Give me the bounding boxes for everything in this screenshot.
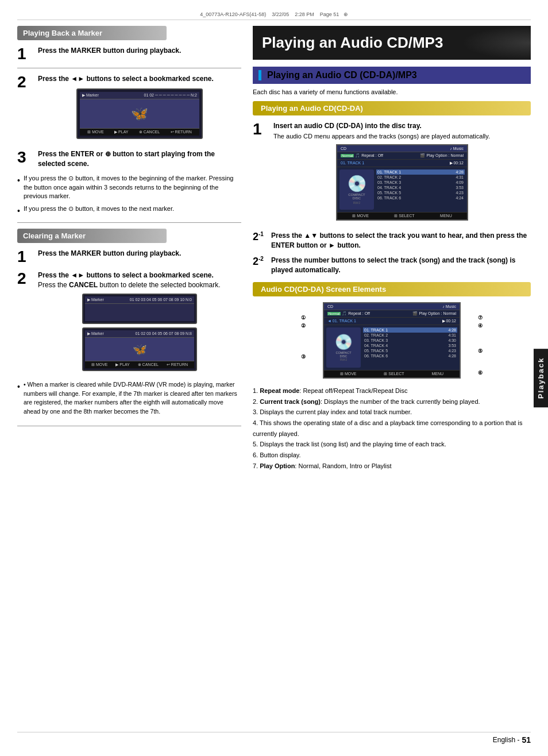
footer-menu: MENU xyxy=(440,214,452,218)
step-note-a1: The audio CD menu appears and the tracks… xyxy=(273,133,531,140)
step-content-2-2: Press the number buttons to select the t… xyxy=(271,256,531,275)
label-4: ④ xyxy=(478,323,483,329)
screen-top-bar-2b: ▶ Marker 01 02 03 04 05 06 07 08 09 N:8 xyxy=(85,330,194,338)
label-3: ③ xyxy=(301,354,306,360)
disc-icon-2: 💿 xyxy=(334,333,353,351)
screen-mockup-2a: ▶ Marker 01 02 03 04 05 06 07 08 09 10 N… xyxy=(82,294,197,324)
markers-row-2: 01 02 03 04 05 06 07 08 09 N:8 xyxy=(136,331,192,336)
cd-label: CD xyxy=(341,146,346,151)
footer-move: ⊞ MOVE xyxy=(352,214,369,218)
blue-accent-bar xyxy=(258,70,261,80)
playing-back-marker-header: Playing Back a Marker xyxy=(17,26,167,40)
page-footer: English - 51 xyxy=(17,732,531,745)
element-7: 7. Play Option: Normal, Random, Intro or… xyxy=(253,461,531,472)
element-5: 5. Displays the track list (song list) a… xyxy=(253,439,531,450)
step-num-1: 1 xyxy=(17,46,33,62)
step-num-a1: 1 xyxy=(253,121,269,137)
cd-screen-1: CD ♪ Music Normal 🎵 Repeat : Off 🎬 Play … xyxy=(336,144,468,221)
separator-2 xyxy=(17,222,241,223)
clearing-marker-header: Clearing a Marker xyxy=(17,229,167,243)
step-num-2: 2 xyxy=(17,74,33,90)
screen-mockup-2b: ▶ Marker 01 02 03 04 05 06 07 08 09 N:8 … xyxy=(82,327,197,371)
butterfly-icon-2: 🦋 xyxy=(133,342,147,356)
screen-image-1: 🦋 xyxy=(80,99,199,128)
cd-track-list-2: 01. TRACK 14:28 02. TRACK 24:31 03. TRAC… xyxy=(363,327,457,368)
track-4: 04. TRACK 43:53 xyxy=(376,185,465,190)
title-bg-decoration xyxy=(462,26,531,60)
screen-image-2b: 🦋 xyxy=(85,338,194,361)
disc-label-rw: RW/2 xyxy=(353,201,360,205)
time-display: 01 02 ─ ─ ─ ─ ─ ─ ─ ─ ─ N:2 xyxy=(144,93,198,98)
cd-track-status: 01. TRACK 1 ▶ 00:12 xyxy=(337,160,467,167)
step-1-playback: 1 Press the MARKER button during playbac… xyxy=(17,46,241,62)
main-layout: Playing Back a Marker 1 Press the MARKER… xyxy=(17,26,531,726)
markers-row: 01 02 03 04 05 06 07 08 09 10 N:0 xyxy=(130,298,192,302)
element-1: 1. Repeat mode: Repeat off/Repeat Track/… xyxy=(253,385,531,396)
page-number: 51 xyxy=(522,735,531,745)
track-e3: 03. TRACK 34:30 xyxy=(363,338,457,343)
current-track: 01. TRACK 1 xyxy=(341,161,364,165)
cd-track-status-2: ◄ 01. TRACK 1 ▶ 00:12 xyxy=(324,318,460,325)
marker-label-2: ▶ Marker xyxy=(87,298,104,302)
track-5: 05. TRACK 54:23 xyxy=(376,190,465,195)
track-e6: 06. TRACK 64:28 xyxy=(363,353,457,358)
screen-bottom-bar-1: ⊞ MOVE ▶ PLAY ⊗ CANCEL ↩ RETURN xyxy=(80,128,199,136)
step-text-1: Press the MARKER button during playback. xyxy=(38,46,241,56)
play-option-text: Play Option : Normal xyxy=(426,153,464,157)
cd-track-list: 01. TRACK 14:28 02. TRACK 24:31 03. TRAC… xyxy=(376,169,465,210)
page-ref: Page 51 xyxy=(320,11,339,17)
section-title-bar: Playing an Audio CD (CD-DA)/MP3 xyxy=(253,67,531,84)
track-e1: 01. TRACK 14:28 xyxy=(363,327,457,333)
screen-top-bar-2a: ▶ Marker 01 02 03 04 05 06 07 08 09 10 N… xyxy=(85,296,194,304)
page-title-area: Playing an Audio CD/MP3 xyxy=(253,26,531,60)
element-4: 4. This shows the operating state of a d… xyxy=(253,418,531,439)
section-title-text: Playing an Audio CD (CD-DA)/MP3 xyxy=(267,70,417,80)
top-bar: 4_00773A-R120-AFS(41-58) 3/22/05 2:28 PM… xyxy=(17,11,531,20)
english-label: English - xyxy=(493,736,520,744)
track-3: 03. TRACK 34:09 xyxy=(376,180,465,185)
step-num-c1: 1 xyxy=(17,249,33,265)
left-column: Playing Back a Marker 1 Press the MARKER… xyxy=(17,26,241,726)
step-content-2-1: Press the ▲▼ buttons to select the track… xyxy=(271,231,531,250)
cd-header-2: CD ♪ Music xyxy=(324,303,460,310)
btn-play-2: ▶ PLAY xyxy=(115,362,129,367)
disc-area: 💿 COMPACTDISC RW/2 xyxy=(339,169,374,210)
footer-select-2: ⊞ SELECT xyxy=(384,372,404,376)
btn-cancel-2: ⊗ CANCEL xyxy=(138,362,159,367)
cd-screen-elements-container: ① ② ③ ⑦ ④ ⑤ ⑥ CD ♪ Music Normal 🎵 Repeat… xyxy=(311,302,472,379)
cd-status: Normal 🎵 Repeat : Off 🎬 Play Option : No… xyxy=(337,152,467,160)
current-time-2: ▶ 00:12 xyxy=(442,319,456,323)
label-7: ⑦ xyxy=(478,315,483,321)
step-3-playback: 3 Press the ENTER or ⊕ button to start p… xyxy=(17,149,241,169)
disc-label-compact: COMPACTDISC xyxy=(348,193,365,200)
label-6: ⑥ xyxy=(478,370,483,376)
bullet-text-2: If you press the ⊙ button, it moves to t… xyxy=(24,205,174,213)
repeat-status: Normal 🎵 Repeat : Off xyxy=(341,153,383,158)
footer-select: ⊞ SELECT xyxy=(394,214,414,218)
bullet-2: • If you press the ⊙ button, it moves to… xyxy=(17,205,241,217)
audio-cd-section-header: Playing an Audio CD(CD-DA) xyxy=(253,101,531,115)
label-1: ① xyxy=(301,315,306,321)
element-6: 6. Button display. xyxy=(253,450,531,461)
step-2-clearing: 2 Press the ◄► buttons to select a bookm… xyxy=(17,271,241,375)
bullet-text-1: If you press the ⊙ button, it moves to t… xyxy=(24,174,241,200)
bullet-1: • If you press the ⊙ button, it moves to… xyxy=(17,174,241,200)
play-option-2: 🎬 Play Option : Normal xyxy=(412,311,456,316)
step-content-2: Press the ◄► buttons to select a bookmar… xyxy=(38,74,241,144)
step-2-2-audio: 2-2 Press the number buttons to select t… xyxy=(253,256,531,275)
step-content-1: Press the MARKER button during playback. xyxy=(38,46,241,56)
butterfly-icon-1: 🦋 xyxy=(131,106,148,122)
time: 2:28 PM xyxy=(295,11,314,17)
btn-return-2: ↩ RETURN xyxy=(167,362,188,367)
track-6: 06. TRACK 64:24 xyxy=(376,195,465,200)
step-text-3: Press the ENTER or ⊕ button to start pla… xyxy=(38,149,241,169)
track-2: 02. TRACK 24:31 xyxy=(376,175,465,180)
repeat-text: Repeat : Off xyxy=(361,153,383,157)
btn-cancel: ⊗ CANCEL xyxy=(139,130,160,134)
cd-status-2: Normal 🎵 Repeat : Off 🎬 Play Option : No… xyxy=(324,310,460,318)
step-num-c2: 2 xyxy=(17,271,33,287)
cd-header: CD ♪ Music xyxy=(337,145,467,152)
step-num-2-2: 2-2 xyxy=(253,256,269,268)
bullet-dot-2: • xyxy=(17,206,20,217)
screen-top-bar-1: ▶ Marker 01 02 ─ ─ ─ ─ ─ ─ ─ ─ ─ N:2 xyxy=(80,92,199,99)
